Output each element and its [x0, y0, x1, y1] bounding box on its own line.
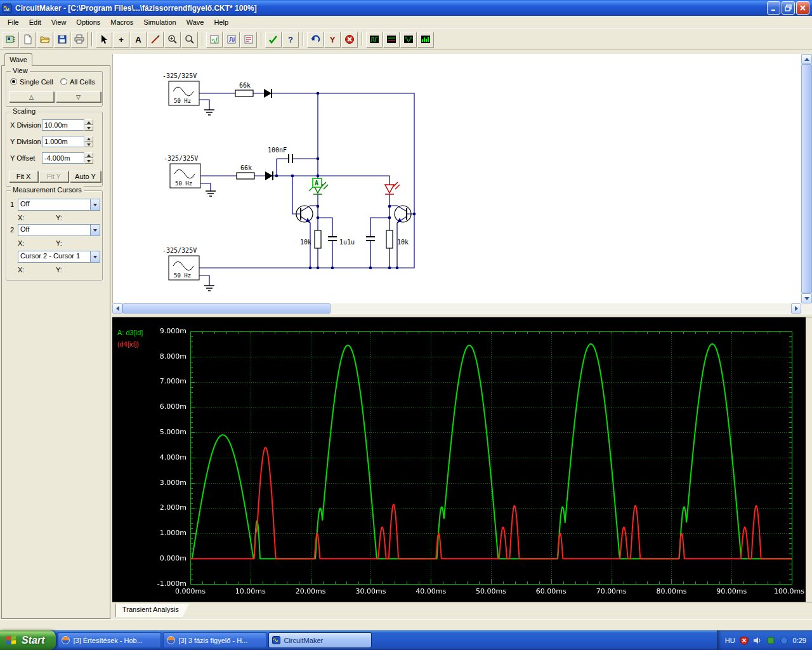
scale-down-button[interactable]: ▽	[56, 91, 101, 102]
volume-icon[interactable]	[753, 636, 762, 645]
x-division-input[interactable]: 10.00m	[42, 119, 84, 131]
schematic-canvas[interactable]: 50 Hz -325/325V 50 Hz -325/325V 50 Hz -3…	[112, 54, 801, 303]
y-division-spinner[interactable]	[84, 136, 93, 147]
zoom-button[interactable]	[181, 32, 198, 48]
sheet-view-button-3[interactable]	[240, 32, 257, 48]
sheet-view-button-2[interactable]	[223, 32, 240, 48]
ac-source-1[interactable]: 50 Hz -325/325V	[162, 72, 199, 105]
scroll-left-button[interactable]	[112, 303, 122, 314]
probe-y-icon: Y	[330, 35, 336, 44]
reset-simulation-button[interactable]	[307, 32, 324, 48]
spinner-down-icon[interactable]	[84, 125, 93, 131]
menu-file[interactable]: File	[3, 17, 24, 28]
green-status-icon[interactable]	[766, 636, 775, 645]
scroll-right-button[interactable]	[791, 303, 801, 314]
stop-simulation-button[interactable]	[341, 32, 358, 48]
spinner-down-icon[interactable]	[84, 142, 93, 147]
auto-y-button[interactable]: Auto Y	[70, 171, 101, 182]
zoom-in-button[interactable]	[164, 32, 181, 48]
place-part-button[interactable]: +	[113, 32, 129, 48]
schematic-hscrollbar[interactable]	[112, 303, 801, 314]
radio-single-cell-label[interactable]: Single Cell	[20, 78, 53, 86]
ac-source-2[interactable]: 50 Hz -325/325V	[164, 155, 200, 188]
dropdown-arrow-icon[interactable]	[90, 251, 100, 262]
radio-all-cells-label[interactable]: All Cells	[70, 78, 95, 86]
capacitor-c1[interactable]	[289, 154, 292, 163]
y-offset-input[interactable]: -4.000m	[42, 152, 84, 164]
spinner-down-icon[interactable]	[84, 158, 93, 164]
dropdown-arrow-icon[interactable]	[90, 225, 100, 235]
resistor-r4[interactable]	[386, 230, 393, 248]
x-division-spinner[interactable]	[84, 119, 93, 131]
dropdown-arrow-icon[interactable]	[90, 199, 100, 210]
help-button[interactable]: ?	[282, 32, 299, 48]
waveforms-button-2[interactable]	[383, 32, 400, 48]
spinner-up-icon[interactable]	[84, 136, 93, 142]
legend-entry-d3[interactable]: A: d3[id]	[117, 329, 143, 336]
y-offset-spinner[interactable]	[84, 152, 93, 164]
text-tool-button[interactable]: A	[130, 32, 147, 48]
radio-single-cell[interactable]	[10, 77, 17, 85]
waveforms-button-4[interactable]	[417, 32, 434, 48]
menu-edit[interactable]: Edit	[24, 17, 46, 28]
red-led[interactable]	[385, 182, 400, 194]
spinner-up-icon[interactable]	[84, 152, 93, 158]
cursor-diff-select[interactable]: Cursor 2 - Cursor 1	[18, 251, 100, 263]
restore-button[interactable]	[782, 1, 795, 15]
close-button[interactable]	[796, 1, 809, 15]
clock[interactable]: 0:29	[793, 637, 806, 644]
wire-tool-button[interactable]	[147, 32, 164, 48]
diode-d1[interactable]	[264, 89, 272, 98]
y-division-input[interactable]: 1.000m	[42, 136, 84, 147]
sheet-view-button-1[interactable]	[206, 32, 223, 48]
radio-all-cells[interactable]	[60, 77, 67, 85]
titlebar[interactable]: CircuitMaker - [C:\Program Files\...\fáz…	[0, 0, 812, 16]
cursor1-select[interactable]: Off	[18, 199, 100, 211]
open-file-button[interactable]	[37, 32, 53, 48]
check-simulation-button[interactable]	[265, 32, 282, 48]
select-tool-button[interactable]	[96, 32, 112, 48]
blue-status-icon[interactable]	[780, 636, 789, 645]
menu-help[interactable]: Help	[209, 17, 233, 28]
probe-button[interactable]: Y	[324, 32, 341, 48]
cursor2-select[interactable]: Off	[18, 224, 100, 236]
capacitor-c2[interactable]	[328, 237, 337, 241]
hscroll-thumb[interactable]	[122, 303, 331, 314]
capacitor-c3[interactable]	[366, 237, 375, 241]
save-button[interactable]	[54, 32, 70, 48]
resistor-r3[interactable]	[315, 230, 321, 248]
fit-x-button[interactable]: Fit X	[9, 171, 38, 182]
resistor-r2[interactable]	[237, 173, 254, 179]
spinner-up-icon[interactable]	[84, 119, 93, 125]
scroll-down-button[interactable]	[801, 293, 812, 303]
language-indicator[interactable]: HU	[725, 637, 735, 644]
security-shield-icon[interactable]	[740, 636, 749, 645]
diode-d2[interactable]	[265, 171, 273, 180]
scale-up-button[interactable]: △	[9, 91, 54, 102]
menu-wave[interactable]: Wave	[181, 17, 209, 28]
resistor-r1[interactable]	[235, 90, 253, 96]
waveforms-button-3[interactable]	[400, 32, 417, 48]
fit-y-button[interactable]: Fit Y	[39, 171, 69, 182]
taskbar-task-1[interactable]: [3] Értesítések - Hob...	[58, 632, 161, 648]
board-button[interactable]	[3, 32, 19, 48]
menu-view[interactable]: View	[46, 17, 72, 28]
new-file-button[interactable]	[20, 32, 36, 48]
legend-entry-d4[interactable]: (d4[id])	[117, 340, 139, 348]
tab-transient-analysis[interactable]: Transient Analysis	[115, 604, 189, 617]
menu-macros[interactable]: Macros	[105, 17, 138, 28]
ac-source-3[interactable]: 50 Hz -325/325V	[162, 247, 199, 280]
taskbar-task-2[interactable]: [3] 3 fázis figyelő - H...	[163, 632, 266, 648]
vscroll-thumb[interactable]	[801, 64, 812, 293]
tab-wave[interactable]: Wave	[4, 53, 32, 66]
menu-simulation[interactable]: Simulation	[138, 17, 181, 28]
schematic-vscrollbar[interactable]	[801, 54, 812, 303]
start-button[interactable]: Start	[0, 630, 56, 650]
minimize-button[interactable]	[767, 1, 780, 15]
waveform-plot[interactable]	[112, 317, 806, 602]
taskbar-task-circuitmaker[interactable]: CircuitMaker	[268, 632, 372, 648]
scroll-up-button[interactable]	[801, 54, 812, 64]
menu-options[interactable]: Options	[71, 17, 105, 28]
waveforms-button-1[interactable]	[366, 32, 383, 48]
print-button[interactable]	[71, 32, 88, 48]
